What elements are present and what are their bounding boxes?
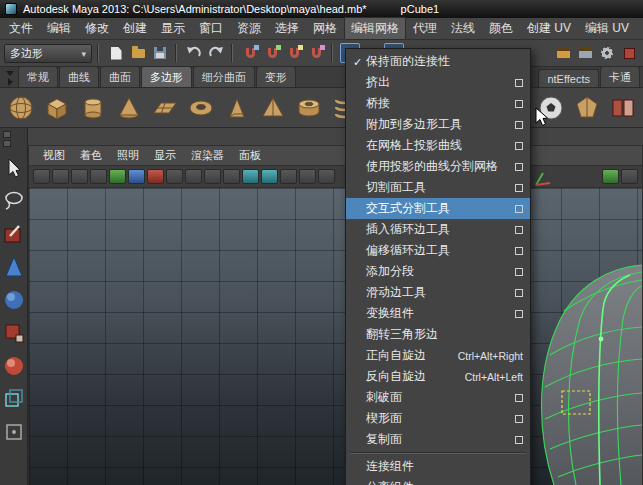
snap-to-grid-button[interactable]	[240, 43, 260, 63]
open-scene-button[interactable]	[128, 43, 148, 63]
shelf-tab-deformation[interactable]: 变形	[256, 66, 296, 87]
image-plane-icon[interactable]	[109, 169, 126, 184]
viewport[interactable]	[28, 188, 643, 485]
menu-item-split-mesh-with-projected-curve[interactable]: 使用投影的曲线分割网格	[346, 156, 530, 177]
paint-select-tool-button[interactable]	[2, 222, 26, 246]
select-camera-icon[interactable]	[33, 169, 50, 184]
menu-edit-mesh[interactable]: 编辑网格	[344, 17, 406, 40]
option-box-icon[interactable]	[515, 268, 523, 276]
render-current-frame-button[interactable]	[553, 43, 573, 63]
menu-item-append-to-polygon-tool[interactable]: 附加到多边形工具	[346, 114, 530, 135]
new-scene-button[interactable]	[106, 43, 126, 63]
panel-menu-show[interactable]: 显示	[147, 146, 183, 165]
mirror-geometry-button[interactable]	[606, 91, 639, 124]
menu-item-interactive-split-tool[interactable]: 交互式分割工具	[346, 198, 530, 219]
shelf-tab-painteffects[interactable]: ntEffects	[538, 69, 599, 87]
option-box-icon[interactable]	[515, 79, 523, 87]
menu-file[interactable]: 文件	[2, 17, 40, 40]
film-gate-icon[interactable]	[185, 169, 202, 184]
redo-button[interactable]	[206, 43, 226, 63]
shelf-tab-toon[interactable]: 卡通	[600, 66, 640, 87]
gate-mask-icon[interactable]	[223, 169, 240, 184]
poly-platonic-button[interactable]	[570, 91, 603, 124]
panel-menu-panels[interactable]: 面板	[232, 146, 268, 165]
rotate-tool-button[interactable]	[2, 288, 26, 312]
option-box-icon[interactable]	[515, 100, 523, 108]
render-settings-button[interactable]	[597, 43, 617, 63]
shelf-tab-surfaces[interactable]: 曲面	[100, 66, 140, 87]
quick-layout-buttons[interactable]	[3, 131, 11, 147]
option-box-icon[interactable]	[515, 226, 523, 234]
poly-pipe-button[interactable]	[292, 91, 325, 124]
head-mesh-wireframe[interactable]	[524, 257, 642, 485]
menu-item-keep-faces-together[interactable]: 保持面的连接性	[346, 51, 530, 72]
menu-assets[interactable]: 资源	[230, 17, 268, 40]
menu-item-wedge-face[interactable]: 楔形面	[346, 408, 530, 429]
menu-modify[interactable]: 修改	[78, 17, 116, 40]
bookmark-icon[interactable]	[90, 169, 107, 184]
save-scene-button[interactable]	[150, 43, 170, 63]
textured-mode-icon[interactable]	[602, 169, 619, 184]
menu-item-add-divisions[interactable]: 添加分段	[346, 261, 530, 282]
menu-select[interactable]: 选择	[268, 17, 306, 40]
poly-cone-button[interactable]	[112, 91, 145, 124]
title-bar[interactable]: Autodesk Maya 2013: C:\Users\Administrat…	[0, 0, 643, 18]
ipr-render-button[interactable]	[575, 43, 595, 63]
poly-cube-button[interactable]	[40, 91, 73, 124]
menu-item-extrude[interactable]: 挤出	[346, 72, 530, 93]
option-box-icon[interactable]	[515, 205, 523, 213]
menu-proxy[interactable]: 代理	[406, 17, 444, 40]
option-box-icon[interactable]	[515, 184, 523, 192]
option-box-icon[interactable]	[515, 142, 523, 150]
shelf-tab-general[interactable]: 常规	[18, 66, 58, 87]
select-tool-button[interactable]	[2, 156, 26, 180]
use-all-lights-icon[interactable]	[621, 169, 638, 184]
menu-item-offset-edge-loop-tool[interactable]: 偏移循环边工具	[346, 240, 530, 261]
poly-pyramid-button[interactable]	[256, 91, 289, 124]
move-tool-button[interactable]	[2, 255, 26, 279]
scale-tool-button[interactable]	[2, 321, 26, 345]
menu-item-poke-face[interactable]: 刺破面	[346, 387, 530, 408]
menu-item-duplicate-face[interactable]: 复制面	[346, 429, 530, 450]
menu-create-uvs[interactable]: 创建 UV	[520, 17, 578, 40]
undo-button[interactable]	[184, 43, 204, 63]
safe-title-icon[interactable]	[280, 169, 297, 184]
universal-manipulator-button[interactable]	[2, 354, 26, 378]
shelf-menu-button[interactable]	[2, 69, 18, 87]
poly-prism-button[interactable]	[220, 91, 253, 124]
poly-cylinder-button[interactable]	[76, 91, 109, 124]
show-manipulator-button[interactable]	[2, 387, 26, 411]
menu-item-transform-component[interactable]: 变换组件	[346, 303, 530, 324]
safe-action-icon[interactable]	[261, 169, 278, 184]
menu-color[interactable]: 颜色	[482, 17, 520, 40]
shelf-tab-curves[interactable]: 曲线	[59, 66, 99, 87]
option-box-icon[interactable]	[515, 121, 523, 129]
poly-torus-button[interactable]	[184, 91, 217, 124]
menu-item-connect-components[interactable]: 连接组件	[346, 456, 530, 477]
poly-sphere-button[interactable]	[4, 91, 37, 124]
menu-item-spin-edge-forward[interactable]: 正向自旋边Ctrl+Alt+Right	[346, 345, 530, 366]
menu-item-bridge[interactable]: 桥接	[346, 93, 530, 114]
menu-item-spin-edge-backward[interactable]: 反向自旋边Ctrl+Alt+Left	[346, 366, 530, 387]
shelf-tab-subdivs[interactable]: 细分曲面	[193, 66, 255, 87]
grease-pencil-icon[interactable]	[147, 169, 164, 184]
grid-toggle-icon[interactable]	[166, 169, 183, 184]
menu-set-selector[interactable]: 多边形	[4, 44, 92, 63]
snap-to-curve-button[interactable]	[262, 43, 282, 63]
menu-normals[interactable]: 法线	[444, 17, 482, 40]
wireframe-mode-icon[interactable]	[299, 169, 316, 184]
menu-create[interactable]: 创建	[116, 17, 154, 40]
option-box-icon[interactable]	[515, 310, 523, 318]
poly-plane-button[interactable]	[148, 91, 181, 124]
menu-display[interactable]: 显示	[154, 17, 192, 40]
panel-menu-shading[interactable]: 着色	[73, 146, 109, 165]
paint-effects-button[interactable]	[619, 43, 639, 63]
menu-item-insert-edge-loop-tool[interactable]: 插入循环边工具	[346, 219, 530, 240]
panel-menu-renderer[interactable]: 渲染器	[184, 146, 231, 165]
menu-mesh[interactable]: 网格	[306, 17, 344, 40]
lasso-tool-button[interactable]	[2, 189, 26, 213]
menu-item-detach-component[interactable]: 分离组件	[346, 477, 530, 485]
camera-attributes-icon[interactable]	[71, 169, 88, 184]
field-chart-icon[interactable]	[242, 169, 259, 184]
lock-camera-icon[interactable]	[52, 169, 69, 184]
